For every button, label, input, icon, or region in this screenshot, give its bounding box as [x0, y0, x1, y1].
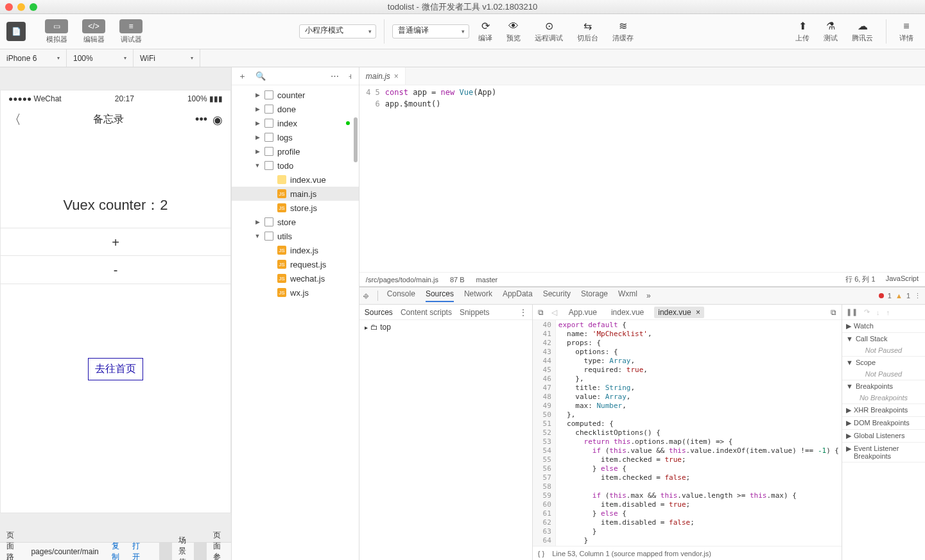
history-icon[interactable]: ◁: [551, 308, 557, 317]
device-select[interactable]: iPhone 6▾: [0, 49, 67, 67]
increment-button[interactable]: +: [1, 228, 230, 256]
source-tab-0[interactable]: App.vue: [565, 307, 601, 318]
counter-label: Vuex counter：2: [1, 196, 230, 215]
scene-label[interactable]: 场景值: [172, 535, 194, 560]
close-window-icon[interactable]: [5, 3, 13, 11]
debug-section-xhr-breakpoints[interactable]: ▶XHR Breakpoints: [842, 404, 925, 417]
file-index-js[interactable]: JSindex.js: [232, 243, 359, 257]
folder-store[interactable]: ▶store: [232, 215, 359, 229]
warning-icon[interactable]: ▲: [895, 292, 903, 300]
mode-select[interactable]: 小程序模式▾: [299, 24, 376, 38]
file-store-js[interactable]: JSstore.js: [232, 201, 359, 215]
decrement-button[interactable]: -: [1, 256, 230, 284]
nav-back-icon[interactable]: ⧉: [538, 308, 544, 317]
file-index-vue[interactable]: index.vue: [232, 173, 359, 187]
open-link[interactable]: 打开: [126, 541, 146, 561]
devtools-menu-icon[interactable]: ⋮: [914, 292, 921, 300]
step-out-icon[interactable]: ↑: [886, 309, 890, 316]
devtools-tab-console[interactable]: Console: [387, 289, 415, 302]
folder-todo[interactable]: ▼todo: [232, 158, 359, 173]
folder-counter[interactable]: ▶counter: [232, 88, 359, 102]
preview-button[interactable]: 👁预览: [501, 19, 526, 44]
more-tabs-icon[interactable]: »: [646, 291, 651, 300]
debug-section-call-stack[interactable]: ▼Call StackNot Paused: [842, 333, 925, 357]
source-tab-2[interactable]: index.vue ×: [654, 307, 704, 318]
upload-button[interactable]: ⬆上传: [790, 19, 815, 44]
nav-title: 备忘录: [93, 113, 124, 126]
background-button[interactable]: ⇆切后台: [572, 19, 603, 44]
folder-index[interactable]: ▶index: [232, 116, 359, 130]
editor-tab[interactable]: </>编辑器: [77, 18, 110, 46]
copy-link[interactable]: 复制: [105, 541, 126, 561]
devtools-code[interactable]: export default { name: 'MpChecklist', pr…: [556, 320, 842, 546]
clear-cache-button[interactable]: ≋清缓存: [607, 19, 639, 44]
scrollbar[interactable]: [354, 117, 358, 162]
debug-section-breakpoints[interactable]: ▼BreakpointsNo Breakpoints: [842, 380, 925, 404]
step-over-icon[interactable]: ↷: [864, 308, 870, 316]
inspect-icon[interactable]: ⎆: [363, 291, 368, 301]
devtools-tab-sources[interactable]: Sources: [426, 289, 454, 302]
pause-icon[interactable]: ❚❚: [846, 308, 858, 316]
devtools-tab-wxml[interactable]: Wxml: [618, 289, 637, 302]
sources-root[interactable]: top: [380, 323, 391, 332]
debug-section-event-listener-breakpoints[interactable]: ▶Event Listener Breakpoints: [842, 443, 925, 462]
details-button[interactable]: ≡详情: [894, 19, 919, 44]
debug-section-scope[interactable]: ▼ScopeNot Paused: [842, 357, 925, 380]
debug-section-watch[interactable]: ▶Watch: [842, 320, 925, 333]
menu-icon[interactable]: •••: [195, 113, 207, 126]
folder-utils[interactable]: ▼utils: [232, 229, 359, 243]
folder-profile[interactable]: ▶profile: [232, 144, 359, 158]
source-tab-1[interactable]: index.vue: [607, 307, 648, 318]
file-wechat-js[interactable]: JSwechat.js: [232, 271, 359, 285]
time-label: 20:17: [115, 94, 134, 103]
step-into-icon[interactable]: ↓: [876, 309, 880, 316]
toolbar: 📄 ▭模拟器 </>编辑器 ≡调试器 小程序模式▾ 普通编译▾ ⟳编译 👁预览 …: [0, 14, 925, 49]
maximize-window-icon[interactable]: [30, 3, 37, 11]
format-icon[interactable]: ⧉: [831, 308, 836, 317]
debugger-tab[interactable]: ≡调试器: [114, 18, 148, 46]
simulator-panel: ●●●●● WeChat 20:17 100% ▮▮▮ 〈 备忘录 ••• ◉ …: [0, 67, 231, 560]
editor-tab-main-js[interactable]: main.js ×: [359, 67, 406, 85]
sources-kebab-icon[interactable]: ⋮: [519, 308, 527, 317]
carrier-label: ●●●●● WeChat: [8, 94, 62, 103]
error-icon[interactable]: [879, 293, 884, 298]
devtools-tab-appdata[interactable]: AppData: [503, 289, 533, 302]
network-select[interactable]: WiFi▾: [134, 49, 200, 67]
braces-icon[interactable]: { }: [538, 550, 544, 557]
editor-code[interactable]: const app = new Vue(App) app.$mount(): [385, 85, 925, 272]
file-wx-js[interactable]: JSwx.js: [232, 285, 359, 300]
debug-section-dom-breakpoints[interactable]: ▶DOM Breakpoints: [842, 417, 925, 430]
sources-subtab-content-scripts[interactable]: Content scripts: [401, 308, 452, 317]
simulator-tab[interactable]: ▭模拟器: [40, 18, 73, 46]
devtools-tab-security[interactable]: Security: [543, 289, 571, 302]
folder-logs[interactable]: ▶logs: [232, 130, 359, 144]
close-source-tab-icon[interactable]: ×: [696, 308, 700, 317]
devtools-tab-storage[interactable]: Storage: [581, 289, 608, 302]
test-button[interactable]: ⚗测试: [818, 19, 843, 44]
folder-done[interactable]: ▶done: [232, 102, 359, 116]
close-tab-icon[interactable]: ×: [394, 72, 399, 81]
target-icon[interactable]: ◉: [212, 113, 223, 127]
compile-select[interactable]: 普通编译▾: [392, 24, 469, 38]
remote-debug-button[interactable]: ⊙远程调试: [530, 19, 568, 44]
devtools-tab-network[interactable]: Network: [464, 289, 492, 302]
sources-subtab-sources[interactable]: Sources: [365, 308, 393, 317]
goto-home-button[interactable]: 去往首页: [88, 358, 143, 380]
file-request-js[interactable]: JSrequest.js: [232, 257, 359, 271]
back-icon[interactable]: 〈: [8, 111, 21, 128]
file-tree-panel: ＋ 🔍 ⋯ ⫞ ▶counter▶done▶index▶logs▶profile…: [231, 67, 359, 560]
file-main-js[interactable]: JSmain.js: [232, 187, 359, 201]
more-icon[interactable]: ⋯: [331, 71, 339, 81]
debug-section-global-listeners[interactable]: ▶Global Listeners: [842, 430, 925, 443]
cloud-button[interactable]: ☁腾讯云: [847, 19, 878, 44]
window-title: todolist - 微信开发者工具 v1.02.1803210: [388, 1, 537, 13]
collapse-icon[interactable]: ⫞: [348, 71, 352, 81]
cursor-pos-label: 行 6, 列 1: [845, 275, 875, 284]
add-file-icon[interactable]: ＋: [238, 71, 246, 82]
minimize-window-icon[interactable]: [17, 3, 25, 11]
compile-button[interactable]: ⟳编译: [473, 19, 497, 44]
search-icon[interactable]: 🔍: [255, 71, 266, 81]
sources-subtab-snippets[interactable]: Snippets: [460, 308, 490, 317]
page-params-label[interactable]: 页面参数: [207, 530, 231, 561]
zoom-select[interactable]: 100%▾: [67, 49, 134, 67]
